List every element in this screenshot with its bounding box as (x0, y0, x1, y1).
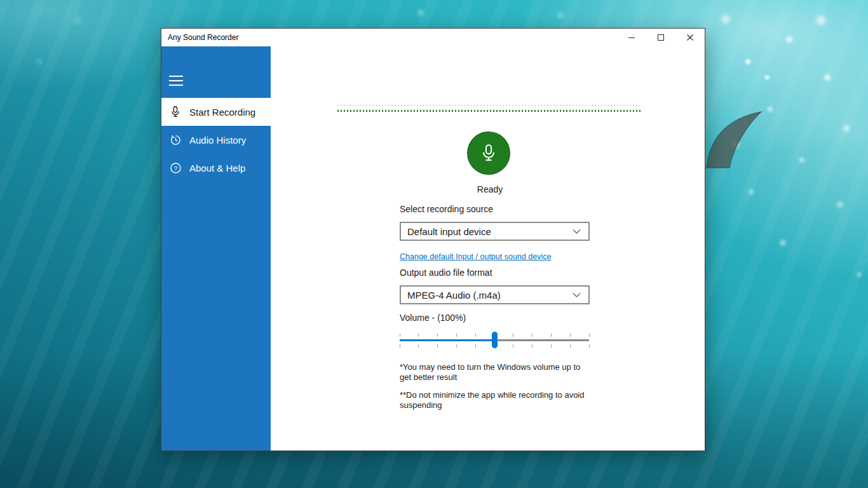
slider-tick (513, 334, 513, 337)
microphone-icon (170, 105, 182, 118)
slider-tick (418, 344, 419, 348)
waveform-line-faint (337, 105, 642, 106)
output-format-value: MPEG-4 Audio (.m4a) (407, 290, 501, 301)
slider-tick (400, 344, 400, 348)
window-controls (617, 29, 705, 46)
slider-tick (400, 334, 400, 337)
sidebar-item-about-help[interactable]: ? About & Help (161, 154, 271, 182)
slider-tick (513, 344, 513, 348)
chevron-down-icon (573, 229, 581, 234)
window-title: Any Sound Recorder (168, 29, 238, 46)
output-format-dropdown[interactable]: MPEG-4 Audio (.m4a) (400, 285, 590, 304)
slider-fill (400, 339, 494, 341)
minimize-icon (628, 34, 635, 41)
slider-tick (418, 334, 419, 337)
source-label: Select recording source (400, 204, 493, 214)
note-minimize: **Do not minimize the app while recordin… (400, 390, 593, 410)
format-label: Output audio file format (400, 268, 492, 278)
slider-tick (475, 344, 476, 348)
surfboard-fin (703, 107, 766, 170)
volume-label: Volume - (100%) (400, 313, 466, 323)
maximize-button[interactable] (646, 29, 675, 46)
volume-slider[interactable] (400, 331, 589, 349)
note-volume: *You may need to turn the Windows volume… (400, 362, 593, 383)
main-content: Ready Select recording source Default in… (271, 46, 705, 451)
svg-text:?: ? (174, 164, 178, 171)
water-sparkles (0, 0, 3, 3)
change-default-device-link[interactable]: Change default Input / output sound devi… (400, 252, 551, 261)
maximize-icon (658, 34, 664, 41)
slider-tick (532, 334, 532, 337)
microphone-icon (480, 144, 498, 163)
record-button[interactable] (467, 132, 510, 175)
sidebar-item-label: About & Help (189, 163, 245, 173)
slider-tick (437, 334, 438, 337)
slider-tick (475, 334, 476, 337)
slider-tick (456, 334, 457, 337)
slider-tick (570, 334, 571, 337)
sidebar-item-audio-history[interactable]: Audio History (161, 126, 271, 154)
recording-source-value: Default input device (407, 226, 491, 237)
desktop-wallpaper: Any Sound Recorder (0, 0, 868, 488)
slider-tick (589, 344, 590, 348)
window-body: Start Recording Audio History (161, 46, 705, 451)
status-text: Ready (337, 184, 642, 194)
app-window: Any Sound Recorder (161, 28, 705, 451)
close-icon (687, 34, 693, 41)
slider-tick (570, 344, 571, 348)
chevron-down-icon (573, 292, 581, 298)
waveform-line (337, 110, 642, 112)
slider-tick (551, 334, 552, 337)
hamburger-menu-button[interactable] (169, 76, 184, 87)
hamburger-menu-icon (169, 76, 183, 77)
slider-tick (532, 344, 532, 348)
help-circle-icon: ? (170, 161, 182, 174)
slider-tick (551, 344, 552, 348)
sidebar-item-label: Audio History (189, 135, 246, 146)
volume-slider-thumb[interactable] (492, 332, 498, 348)
close-button[interactable] (675, 29, 705, 46)
slider-tick (589, 334, 590, 337)
slider-tick (456, 344, 457, 348)
minimize-button[interactable] (617, 29, 646, 46)
sidebar: Start Recording Audio History (161, 46, 271, 451)
sidebar-item-start-recording[interactable]: Start Recording (161, 98, 271, 126)
history-icon (170, 133, 182, 146)
slider-tick (437, 344, 438, 348)
titlebar[interactable]: Any Sound Recorder (161, 29, 705, 46)
sidebar-item-label: Start Recording (189, 107, 255, 118)
recording-source-dropdown[interactable]: Default input device (400, 222, 590, 241)
